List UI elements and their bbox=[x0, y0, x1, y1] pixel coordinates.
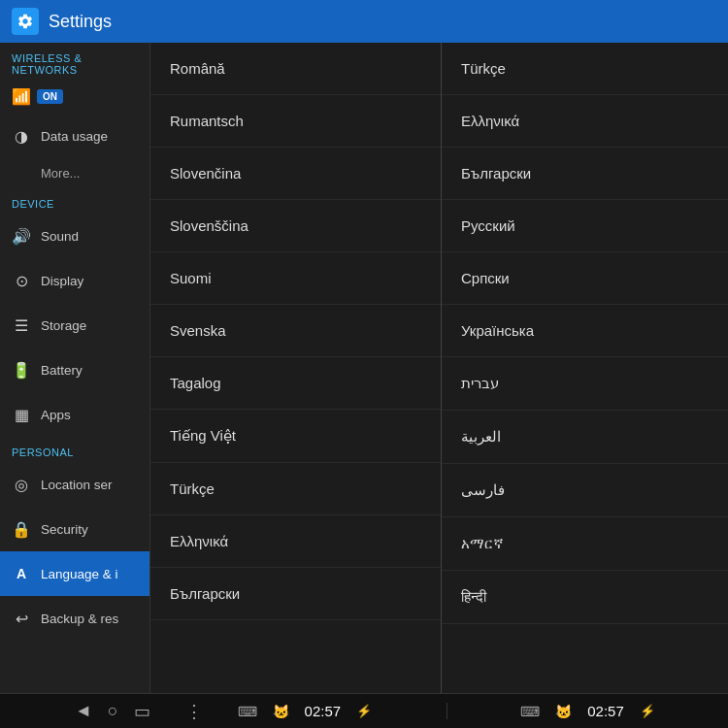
list-item[interactable]: Română bbox=[150, 43, 441, 95]
sound-icon: 🔊 bbox=[12, 226, 31, 246]
list-item[interactable]: فارسی bbox=[442, 464, 728, 517]
language-icon: A bbox=[12, 564, 31, 583]
backup-icon: ↩ bbox=[12, 609, 31, 628]
sidebar-item-location[interactable]: ◎ Location ser bbox=[0, 462, 149, 507]
list-item[interactable]: Svenska bbox=[150, 305, 441, 357]
list-item[interactable]: Slovenščina bbox=[150, 200, 441, 252]
sidebar-item-apps[interactable]: ▦ Apps bbox=[0, 392, 149, 437]
sidebar-item-battery[interactable]: 🔋 Battery bbox=[0, 347, 149, 392]
wifi-icon: 📶 bbox=[12, 87, 31, 106]
sidebar-item-security[interactable]: 🔒 Security bbox=[0, 507, 149, 551]
list-item[interactable]: العربية bbox=[442, 411, 728, 464]
wifi-toggle[interactable]: ON bbox=[37, 89, 63, 104]
list-item[interactable]: Tagalog bbox=[150, 357, 441, 410]
more-label: More... bbox=[41, 166, 80, 181]
recents-button[interactable]: ▭ bbox=[134, 701, 150, 722]
status-bar-left: ◄ ○ ▭ ⋮ ⌨ 🐱 02:57 ⚡ bbox=[0, 701, 447, 722]
section-header-device: DEVICE bbox=[0, 188, 149, 214]
sidebar-item-backup[interactable]: ↩ Backup & res bbox=[0, 596, 149, 641]
back-button[interactable]: ◄ bbox=[75, 701, 92, 721]
sidebar: WIRELESS & NETWORKS 📶 ON ◑ Data usage Mo… bbox=[0, 43, 150, 693]
list-item[interactable]: Slovenčina bbox=[150, 148, 441, 200]
list-item[interactable]: Rumantsch bbox=[150, 95, 441, 148]
sidebar-item-data-usage[interactable]: ◑ Data usage bbox=[0, 114, 149, 158]
location-icon: ◎ bbox=[12, 475, 31, 494]
section-header-personal: PERSONAL bbox=[0, 437, 149, 462]
main-content: WIRELESS & NETWORKS 📶 ON ◑ Data usage Mo… bbox=[0, 43, 728, 693]
sidebar-item-label: Display bbox=[41, 274, 83, 288]
title-bar: Settings bbox=[0, 0, 728, 43]
list-item[interactable]: አማርኛ bbox=[442, 517, 728, 571]
sidebar-item-label: Location ser bbox=[41, 478, 113, 492]
list-item[interactable]: Ελληνικά bbox=[150, 515, 441, 568]
list-item[interactable]: Български bbox=[150, 568, 441, 620]
usb-icon-right: ⌨ bbox=[520, 704, 540, 719]
list-item[interactable]: Български bbox=[442, 148, 728, 200]
sidebar-item-label: Language & i bbox=[41, 567, 118, 581]
page-title: Settings bbox=[49, 12, 112, 32]
battery-icon-left: ⚡ bbox=[356, 704, 372, 718]
section-header-wireless: WIRELESS & NETWORKS bbox=[0, 43, 149, 80]
clock-right: 02:57 bbox=[587, 703, 624, 719]
apps-icon: ▦ bbox=[12, 405, 31, 424]
notification-icon-right: 🐱 bbox=[555, 704, 572, 719]
clock-left: 02:57 bbox=[305, 703, 342, 719]
sidebar-item-label: Battery bbox=[41, 363, 83, 378]
sidebar-item-label: Storage bbox=[41, 318, 86, 333]
sidebar-item-label: Data usage bbox=[41, 129, 108, 144]
sidebar-item-label: Security bbox=[41, 522, 88, 537]
sidebar-item-display[interactable]: ⊙ Display bbox=[0, 258, 149, 303]
middle-language-panel: Română Rumantsch Slovenčina Slovenščina … bbox=[150, 43, 442, 693]
storage-icon: ☰ bbox=[12, 315, 31, 335]
list-item[interactable]: Українська bbox=[442, 305, 728, 357]
sidebar-item-label: Apps bbox=[41, 408, 71, 422]
list-item[interactable]: Русский bbox=[442, 200, 728, 252]
list-item[interactable]: Türkçe bbox=[442, 43, 728, 95]
notification-icon: 🐱 bbox=[273, 704, 289, 719]
home-button[interactable]: ○ bbox=[108, 701, 118, 721]
security-icon: 🔒 bbox=[12, 519, 31, 539]
list-item[interactable]: Ελληνικά bbox=[442, 95, 728, 148]
battery-icon-right: ⚡ bbox=[640, 704, 655, 718]
status-bar-right: ⌨ 🐱 02:57 ⚡ bbox=[447, 703, 728, 719]
list-item[interactable]: Suomi bbox=[150, 252, 441, 305]
settings-app-icon bbox=[12, 8, 39, 35]
battery-icon: 🔋 bbox=[12, 360, 31, 380]
usb-icon: ⌨ bbox=[238, 704, 257, 719]
sidebar-item-label: Sound bbox=[41, 229, 79, 244]
list-item[interactable]: हिन्दी bbox=[442, 571, 728, 624]
sidebar-item-storage[interactable]: ☰ Storage bbox=[0, 303, 149, 347]
sidebar-item-sound[interactable]: 🔊 Sound bbox=[0, 214, 149, 258]
sidebar-item-more[interactable]: More... bbox=[0, 158, 149, 188]
display-icon: ⊙ bbox=[12, 271, 31, 290]
status-bar: ◄ ○ ▭ ⋮ ⌨ 🐱 02:57 ⚡ ⌨ 🐱 02:57 ⚡ bbox=[0, 693, 728, 728]
sidebar-item-label: Backup & res bbox=[41, 612, 118, 626]
data-usage-icon: ◑ bbox=[12, 126, 31, 146]
list-item[interactable]: Tiếng Việt bbox=[150, 410, 441, 463]
list-item[interactable]: Српски bbox=[442, 252, 728, 305]
sidebar-item-language[interactable]: A Language & i bbox=[0, 551, 149, 596]
list-item[interactable]: עברית bbox=[442, 357, 728, 411]
right-language-panel: Türkçe Ελληνικά Български Русский Српски… bbox=[442, 43, 728, 693]
sidebar-item-wifi[interactable]: 📶 ON bbox=[0, 80, 149, 114]
menu-button[interactable]: ⋮ bbox=[185, 701, 203, 722]
list-item[interactable]: Türkçe bbox=[150, 463, 441, 515]
